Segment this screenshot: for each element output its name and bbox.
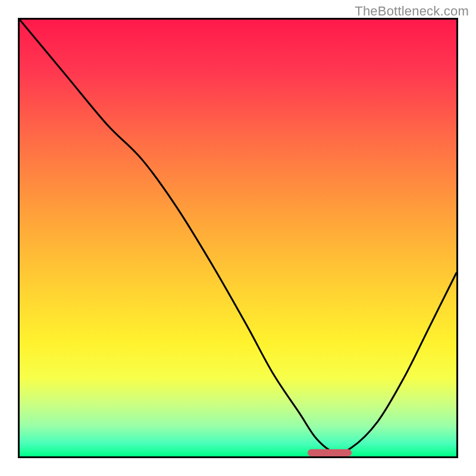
watermark-text: TheBottleneck.com [355, 4, 469, 19]
optimal-range-marker [308, 449, 351, 456]
bottleneck-curve [20, 20, 456, 456]
chart-frame [18, 18, 458, 458]
